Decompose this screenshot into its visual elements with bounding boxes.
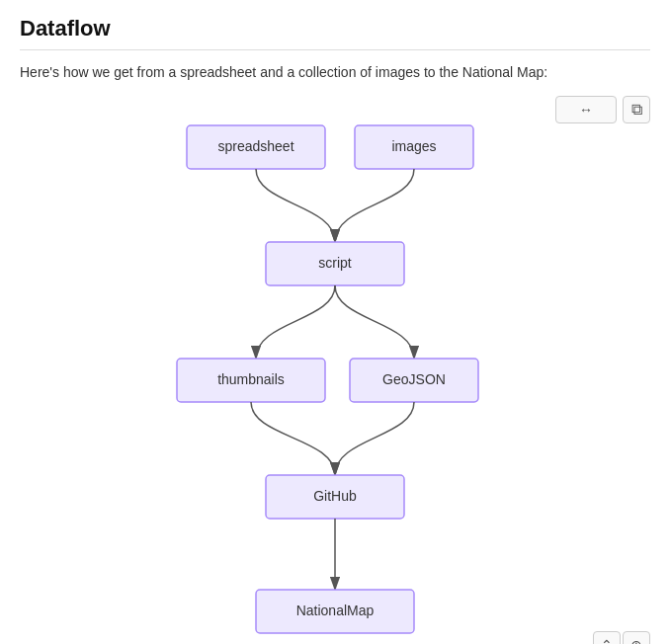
thumbnails-label: thumbnails — [217, 371, 285, 387]
arrow-spreadsheet-script — [256, 169, 335, 242]
expand-button[interactable]: ↔ — [555, 96, 617, 123]
github-label: GitHub — [313, 488, 357, 504]
geojson-label: GeoJSON — [382, 371, 446, 387]
arrow-thumbnails-github — [251, 402, 335, 475]
divider — [20, 49, 650, 50]
page-title: Dataflow — [20, 16, 650, 41]
toolbar-top-right: ↔ ⧉ — [555, 96, 650, 123]
arrow-script-geojson — [335, 285, 414, 359]
description: Here's how we get from a spreadsheet and… — [20, 64, 650, 80]
arrow-geojson-github — [335, 402, 414, 475]
diagram-container: ↔ ⧉ spreadsheet images scrip — [20, 96, 650, 644]
chevron-up-icon: ⌃ — [601, 637, 613, 644]
copy-button[interactable]: ⧉ — [623, 96, 650, 123]
spreadsheet-label: spreadsheet — [217, 138, 293, 154]
zoom-in-button[interactable]: ⊕ — [623, 631, 650, 644]
copy-icon: ⧉ — [631, 101, 642, 119]
nationalmap-label: NationalMap — [296, 603, 375, 618]
pan-up-button[interactable]: ⌃ — [593, 631, 621, 644]
images-label: images — [391, 138, 436, 154]
flowchart-svg: spreadsheet images script thumbnails Geo… — [98, 106, 572, 644]
zoom-in-icon: ⊕ — [630, 637, 642, 644]
script-label: script — [318, 255, 352, 271]
toolbar-bottom-right: ⌃ ⊕ < ↻ > ⌄ ⊖ — [563, 631, 650, 644]
flowchart: spreadsheet images script thumbnails Geo… — [20, 96, 650, 644]
arrow-images-script — [335, 169, 414, 242]
arrow-script-thumbnails — [256, 285, 335, 359]
expand-icon: ↔ — [579, 102, 593, 118]
